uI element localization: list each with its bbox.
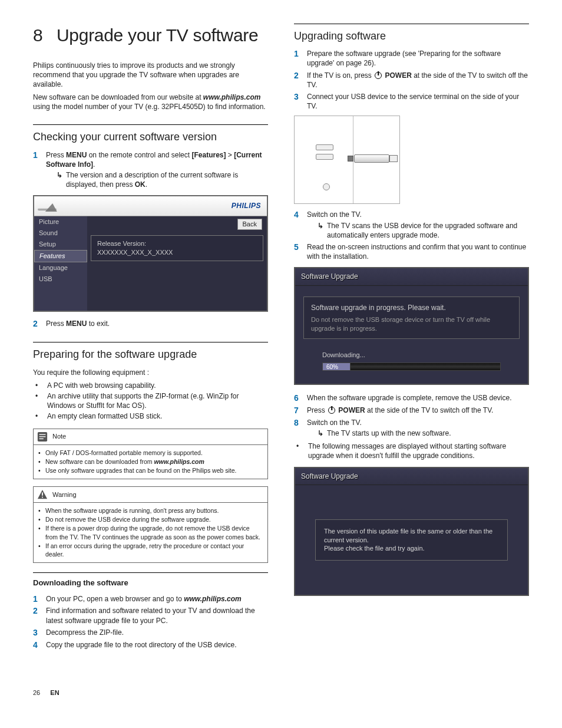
step-number: 6 [294, 393, 307, 403]
checking-steps: 1 Press MENU on the remote control and s… [33, 150, 268, 190]
note-icon [37, 431, 48, 442]
step-number: 2 [294, 71, 307, 81]
left-column: 8Upgrade your TV software Philips contin… [33, 24, 268, 653]
checking-heading: Checking your current software version [33, 124, 268, 144]
warning-title: Warning [52, 490, 77, 499]
upgrade-box-title: Software Upgrade [295, 468, 528, 485]
upgrade-progress-box: Software Upgrade Software upgrade in pro… [294, 267, 529, 385]
osd-menu: Picture Sound Setup Features Language US… [34, 216, 87, 311]
step-number: 4 [33, 640, 46, 650]
osd-menu-item: USB [34, 274, 87, 285]
osd-info-box: Release Version: XXXXXXX_XXX_X_XXXX [91, 235, 263, 261]
usb-stick-icon [352, 151, 399, 169]
preparing-bullets: A PC with web browsing capability. An ar… [33, 381, 268, 421]
warning-callout: Warning When the software upgrade is run… [33, 486, 268, 563]
svg-rect-5 [42, 492, 43, 495]
osd-screenshot: PHILIPS Picture Sound Setup Features Lan… [33, 195, 268, 312]
osd-menu-item: Setup [34, 239, 87, 250]
preparing-heading: Preparing for the software upgrade [33, 342, 268, 361]
osd-menu-item: Picture [34, 216, 87, 228]
osd-menu-item-active: Features [34, 250, 87, 262]
note-title: Note [52, 432, 66, 441]
upgrade-box-title: Software Upgrade [295, 268, 528, 285]
step-number: 8 [294, 418, 307, 428]
arrow-icon: ↳ [57, 170, 66, 180]
downloading-label: Downloading... [322, 351, 501, 360]
power-icon [375, 72, 382, 79]
usb-port-illustration [294, 116, 400, 204]
step-number: 5 [294, 242, 307, 252]
arrow-icon: ↳ [318, 221, 327, 230]
chapter-title: 8Upgrade your TV software [33, 24, 268, 48]
upgrading-steps-b: 4 Switch on the TV. ↳The TV scans the US… [294, 210, 529, 261]
checking-steps-2: 2 Press MENU to exit. [33, 319, 268, 329]
step-number: 1 [33, 150, 46, 160]
intro-p1: Philips continuously tries to improve it… [33, 61, 268, 90]
page-number: 26 [33, 689, 40, 696]
step-number: 1 [33, 594, 46, 604]
upgrade-error-box: Software Upgrade The version of this upd… [294, 467, 529, 597]
progress-pct: 60% [322, 363, 351, 371]
sub-result: ↳ The version and a description of the c… [46, 170, 268, 189]
sub-result: ↳The TV scans the USB device for the upg… [307, 221, 529, 240]
post-note: The following messages are displayed wit… [294, 442, 529, 460]
step-number: 3 [294, 92, 307, 102]
chapter-title-text: Upgrade your TV software [57, 25, 258, 45]
philips-brand: PHILIPS [232, 201, 261, 210]
step-number: 2 [33, 319, 46, 329]
power-icon [328, 407, 335, 414]
page-lang: EN [50, 689, 59, 696]
progress-bar: 60% [322, 363, 501, 371]
right-column: Upgrading software 1Prepare the software… [294, 24, 529, 653]
upgrading-heading: Upgrading software [294, 24, 529, 43]
warning-icon [37, 489, 48, 500]
arrow-icon: ↳ [318, 429, 327, 438]
osd-back-button: Back [237, 219, 262, 230]
step-number: 7 [294, 406, 307, 416]
svg-rect-1 [39, 434, 46, 434]
page-footer: 26 EN [33, 689, 529, 697]
step-number: 2 [33, 606, 46, 616]
cursor-icon [38, 203, 58, 215]
step-number: 3 [33, 628, 46, 638]
preparing-intro: You require the following equipment : [33, 368, 268, 377]
upgrading-steps-c: 6When the software upgrade is complete, … [294, 393, 529, 438]
sub-result: ↳The TV starts up with the new software. [307, 429, 529, 438]
step-number: 1 [294, 49, 307, 59]
downloading-steps: 1On your PC, open a web browser and go t… [33, 594, 268, 650]
osd-menu-item: Language [34, 262, 87, 274]
svg-rect-6 [42, 497, 43, 498]
note-callout: Note Only FAT / DOS-formatted portable m… [33, 429, 268, 480]
chapter-number: 8 [33, 24, 57, 48]
downloading-heading: Downloading the software [33, 572, 268, 588]
step-number: 4 [294, 210, 307, 220]
osd-menu-item: Sound [34, 228, 87, 239]
intro-p2: New software can be downloaded from our … [33, 93, 268, 111]
upgrading-steps-a: 1Prepare the software upgrade (see 'Prep… [294, 49, 529, 111]
svg-rect-3 [39, 438, 44, 439]
philips-url: www.philips.com [203, 93, 261, 101]
svg-rect-2 [39, 436, 46, 437]
